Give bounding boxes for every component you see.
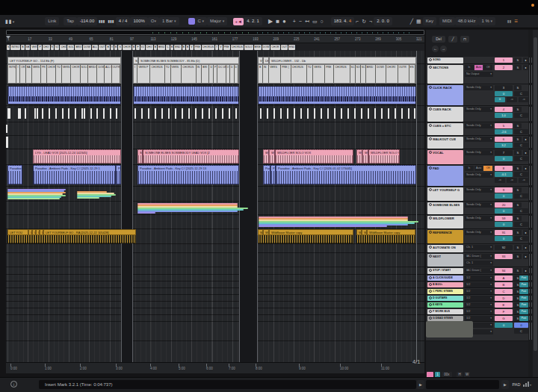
track-volume[interactable]: 0 — [495, 91, 513, 96]
track-header-d-guitars[interactable]: D GUITARS1/2▾DSPost — [426, 295, 528, 302]
track-number[interactable]: D — [495, 296, 513, 301]
lane-next[interactable] — [6, 253, 424, 267]
section-clip[interactable]: OUTR — [398, 65, 409, 83]
play-button[interactable]: ▶ — [267, 17, 274, 25]
cue-marker[interactable] — [381, 108, 383, 119]
track-pan[interactable]: C — [514, 222, 528, 227]
section-clip[interactable]: CHOR — [47, 65, 56, 83]
track-header-pad[interactable]: PADInAutoOffSends Only▾8S●-0.1C-∞-∞-∞ — [426, 165, 528, 187]
track-header-next[interactable]: NEXTIAC Driver (▾Ch. 1▾93S● — [426, 253, 528, 267]
section-clip[interactable]: BRID — [366, 65, 376, 83]
arm-icon[interactable] — [429, 203, 432, 206]
section-clip[interactable]: VERS P — [137, 65, 150, 83]
locator-chip[interactable]: BRIE — [254, 45, 262, 50]
track-color-tab[interactable]: D GUITARS — [427, 296, 463, 301]
section-clip[interactable]: DOWI — [376, 65, 386, 83]
post-toggle[interactable]: Post — [519, 289, 528, 294]
track-number[interactable]: B — [495, 282, 513, 287]
section-clip[interactable]: IN — [263, 65, 269, 83]
arm-icon[interactable] — [429, 269, 432, 272]
routing-menu[interactable]: IAC Driver (▾ — [465, 254, 493, 259]
back-arrow-button[interactable]: ← — [432, 46, 439, 52]
cue-marker[interactable] — [175, 108, 176, 119]
solo-button[interactable]: S — [514, 150, 522, 155]
arm-icon[interactable] — [429, 86, 432, 89]
cue-marker[interactable] — [9, 108, 10, 119]
loop-length-field[interactable]: 2. 0. 0 — [374, 17, 392, 25]
section-clip[interactable]: TU — [307, 65, 313, 83]
scrollbar-handle[interactable] — [534, 37, 537, 351]
track-volume[interactable]: 3.2 — [495, 143, 513, 148]
routing-menu[interactable]: No Output▾ — [465, 72, 493, 77]
cue-marker[interactable] — [90, 108, 92, 119]
section-clip[interactable]: D — [235, 65, 238, 83]
locator-chip[interactable]: CHO — [146, 45, 153, 50]
cue-marker[interactable] — [25, 108, 26, 119]
track-header-cues-rack[interactable]: CUES RACKSends Only▾4S1.0C — [426, 106, 528, 122]
stem-clip[interactable] — [137, 212, 155, 214]
solo-button[interactable]: S — [514, 254, 522, 259]
locator-row[interactable]: SINTROBSBVERPCHORV2CH3SOLBRI3DOWALLOUTBV… — [6, 43, 424, 51]
pad-clip[interactable]: Paradise - Ambient Pads - Key C# [2025-1… — [137, 165, 239, 184]
track-color-tab[interactable]: CUES x ETC — [427, 123, 463, 135]
follow-icon[interactable]: ○ — [319, 17, 325, 25]
track-number[interactable]: 6 — [495, 137, 513, 142]
song-clip[interactable]: DF — [263, 57, 269, 64]
track-pan[interactable]: C — [514, 91, 528, 96]
cue-marker[interactable] — [188, 108, 190, 119]
record-button[interactable]: ● — [281, 17, 288, 25]
cue-marker[interactable] — [341, 108, 342, 119]
track-header-reference[interactable]: REFERENCESends Only▾91S●0C — [426, 229, 528, 244]
arm-icon[interactable] — [429, 317, 432, 320]
cue-marker[interactable] — [307, 108, 309, 119]
arm-icon[interactable] — [429, 255, 432, 258]
cue-marker[interactable] — [327, 108, 329, 119]
locator-chip[interactable]: B — [114, 45, 117, 50]
stem-clip[interactable] — [7, 198, 60, 199]
automation-arm-icon[interactable]: ~ — [297, 17, 303, 25]
song-clip[interactable]: LET YOURSELF GO - 114 Eb (F) — [7, 57, 121, 64]
main-cue-volume[interactable]: 0 — [514, 323, 528, 328]
arm-icon[interactable] — [429, 290, 432, 293]
cue-marker[interactable] — [103, 108, 105, 119]
cue-marker[interactable] — [354, 108, 356, 119]
locator-chip[interactable]: OUT — [281, 45, 288, 50]
locator-chip[interactable]: V2 — [140, 45, 145, 50]
solo-button[interactable]: S — [514, 57, 522, 63]
reference-clip[interactable]: W — [356, 229, 362, 235]
track-header-click-rack[interactable]: CLICK RACKSends Only▾3S0C0-∞-∞ — [426, 84, 528, 106]
locator-chip[interactable]: V — [111, 45, 114, 50]
track-header-e-keys[interactable]: E KEYS1/2▾ESPost — [426, 302, 528, 308]
cue-marker[interactable] — [62, 108, 64, 119]
track-number[interactable]: 59 — [495, 216, 513, 221]
track-color-tab[interactable]: STOP / START — [427, 268, 463, 274]
punch-out-icon[interactable]: ¬ — [368, 17, 374, 25]
scroll-handle[interactable] — [426, 321, 473, 337]
arm-icon[interactable] — [429, 108, 432, 111]
stem-clip[interactable] — [77, 197, 99, 199]
solo-button[interactable]: S — [514, 187, 522, 193]
track-volume[interactable]: -0.1 — [495, 172, 513, 177]
main-volume[interactable]: 0 — [495, 323, 513, 328]
walkout-clip[interactable] — [6, 137, 8, 148]
track-color-tab[interactable]: LET YOURSELF G — [427, 187, 463, 201]
locator-chip[interactable]: END — [288, 45, 295, 50]
locator-chip[interactable]: CHO — [43, 45, 50, 50]
section-clip[interactable]: CHORUS — [334, 65, 350, 83]
time-signature-marker[interactable]: 4/1 — [412, 358, 420, 365]
monitor-in[interactable]: In — [465, 166, 474, 171]
vocal-clip[interactable]: W — [269, 149, 275, 164]
scale-name-menu[interactable]: Major ▾ — [207, 17, 227, 25]
track-number[interactable]: G — [495, 316, 513, 321]
lock-icon[interactable]: ⊓ — [460, 36, 469, 43]
locator-chip[interactable]: P — [38, 45, 41, 50]
track-pan[interactable]: C — [514, 143, 528, 148]
cue-marker[interactable] — [260, 108, 262, 119]
headphone-icon[interactable]: ● — [523, 57, 528, 63]
track-number[interactable]: F — [495, 309, 513, 314]
monitor-auto[interactable]: Auto — [474, 65, 483, 70]
pad-clip[interactable]: Paradise - Ambient Pads - Key C# [2026-0… — [276, 165, 416, 184]
midi-map-button[interactable]: MIDI — [439, 17, 455, 25]
arm-icon[interactable] — [429, 137, 432, 140]
routing-menu[interactable]: Sends Only▾ — [465, 187, 493, 193]
